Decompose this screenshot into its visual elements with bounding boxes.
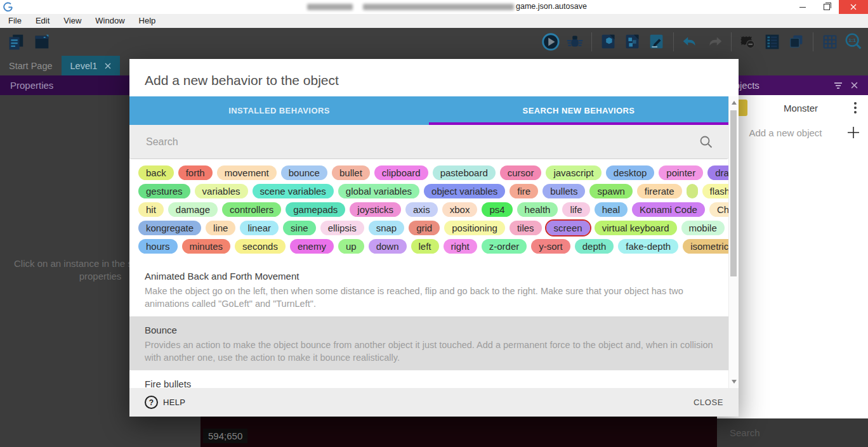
tag-chip-fire[interactable]: fire: [510, 184, 538, 198]
tag-chip-right[interactable]: right: [444, 239, 477, 254]
tag-chip-pasteboard[interactable]: pasteboard: [433, 165, 496, 180]
start-page-icon[interactable]: [32, 32, 52, 52]
undo-icon[interactable]: [680, 32, 700, 52]
tag-chip-health[interactable]: health: [517, 202, 558, 217]
tag-chip-forth[interactable]: forth: [178, 165, 213, 180]
zoom-1-1-icon[interactable]: 1:1: [844, 32, 864, 52]
menu-item-view[interactable]: View: [56, 14, 88, 28]
tag-chip-tiles[interactable]: tiles: [510, 221, 542, 235]
tag-chip-bullets[interactable]: bullets: [542, 184, 585, 198]
plus-icon[interactable]: [846, 126, 860, 139]
tag-chip-ps4[interactable]: ps4: [482, 202, 512, 217]
tag-chip-isometric-depth[interactable]: isometric-depth: [683, 239, 728, 254]
tab-search-new-behaviors[interactable]: SEARCH NEW BEHAVIORS: [429, 96, 728, 125]
close-tab-icon[interactable]: [105, 63, 111, 69]
tag-chip-mobile[interactable]: mobile: [681, 221, 725, 235]
tag-chip-gestures[interactable]: gestures: [138, 184, 190, 198]
tag-chip-spawn[interactable]: spawn: [589, 184, 632, 198]
behavior-item-bounce[interactable]: BounceProvides an action to make the obj…: [129, 316, 728, 370]
menu-item-edit[interactable]: Edit: [29, 14, 56, 28]
menu-item-file[interactable]: File: [1, 14, 29, 28]
tag-chip-line[interactable]: line: [206, 221, 235, 235]
tag-chip-drag[interactable]: drag: [707, 165, 728, 180]
grid-icon[interactable]: [820, 32, 840, 52]
tab-installed-behaviors[interactable]: INSTALLED BEHAVIORS: [129, 96, 429, 125]
editor-tab-level1[interactable]: Level1: [62, 56, 121, 75]
tag-chip-back[interactable]: back: [138, 165, 174, 180]
tag-chip-left[interactable]: left: [411, 239, 439, 254]
tag-chip-linear[interactable]: linear: [240, 221, 279, 235]
behavior-item-animated-back-and-forth-movement[interactable]: Animated Back and Forth MovementMake the…: [129, 262, 728, 316]
tag-chip-firerate[interactable]: firerate: [637, 184, 682, 198]
debug-icon[interactable]: [565, 32, 585, 52]
tag-chip-minutes[interactable]: minutes: [182, 239, 231, 254]
dialog-scrollbar[interactable]: [728, 96, 739, 388]
tag-chip-screen[interactable]: screen: [546, 221, 590, 235]
tag-chip-pointer[interactable]: pointer: [659, 165, 703, 180]
layers-icon[interactable]: [786, 32, 806, 52]
tag-chip-desktop[interactable]: desktop: [606, 165, 655, 180]
close-panel-icon[interactable]: [851, 82, 858, 89]
behavior-search-input[interactable]: [145, 136, 699, 148]
instances-editor-icon[interactable]: [622, 32, 643, 52]
menu-item-window[interactable]: Window: [88, 14, 131, 28]
project-manager-icon[interactable]: [5, 32, 25, 52]
tag-chip-blank[interactable]: [687, 184, 698, 198]
objects-search-input[interactable]: [728, 427, 857, 439]
tag-chip-life[interactable]: life: [562, 202, 589, 217]
tag-chip-gamepads[interactable]: gamepads: [286, 202, 345, 217]
restore-icon[interactable]: [815, 0, 839, 14]
minimize-icon[interactable]: [791, 0, 815, 14]
redo-icon[interactable]: [704, 32, 725, 52]
instances-list-icon[interactable]: [762, 32, 782, 52]
events-editor-icon[interactable]: [647, 32, 667, 52]
behavior-item-fire-bullets[interactable]: Fire bulletsAllow the object to fire bul…: [129, 370, 728, 388]
tag-chip-axis[interactable]: axis: [405, 202, 438, 217]
menu-item-help[interactable]: Help: [132, 14, 163, 28]
objects-editor-icon[interactable]: [598, 32, 619, 52]
play-icon[interactable]: [541, 32, 561, 52]
tag-chip-depth[interactable]: depth: [575, 239, 614, 254]
tag-chip-global-variables[interactable]: global variables: [338, 184, 419, 198]
tag-chip-up[interactable]: up: [338, 239, 364, 254]
tag-chip-joysticks[interactable]: joysticks: [350, 202, 401, 217]
tag-chip-down[interactable]: down: [369, 239, 407, 254]
tag-chip-bounce[interactable]: bounce: [281, 165, 327, 180]
tag-chip-cheats[interactable]: Cheats: [709, 202, 728, 217]
tag-chip-bullet[interactable]: bullet: [332, 165, 370, 180]
tag-chip-enemy[interactable]: enemy: [290, 239, 334, 254]
editor-tab-start-page[interactable]: Start Page: [0, 56, 62, 75]
tag-chip-fake-depth[interactable]: fake-depth: [618, 239, 678, 254]
tag-chip-sine[interactable]: sine: [283, 221, 316, 235]
tag-chip-konami-code[interactable]: Konami Code: [632, 202, 705, 217]
scroll-down-icon[interactable]: [732, 380, 737, 384]
close-window-icon[interactable]: [839, 0, 868, 14]
tag-chip-flash[interactable]: flash: [702, 184, 728, 198]
scroll-up-icon[interactable]: [732, 101, 737, 105]
tag-chip-positioning[interactable]: positioning: [444, 221, 505, 235]
tag-chip-xbox[interactable]: xbox: [442, 202, 478, 217]
tag-chip-scene-variables[interactable]: scene variables: [253, 184, 334, 198]
tag-chip-javascript[interactable]: javascript: [546, 165, 601, 180]
tag-chip-hit[interactable]: hit: [138, 202, 164, 217]
add-object-row[interactable]: Add a new object: [717, 120, 868, 145]
tag-chip-clipboard[interactable]: clipboard: [374, 165, 428, 180]
tag-chip-heal[interactable]: heal: [595, 202, 628, 217]
tag-chip-object-variables[interactable]: object variables: [424, 184, 505, 198]
tag-chip-seconds[interactable]: seconds: [235, 239, 286, 254]
object-menu-icon[interactable]: [854, 102, 857, 113]
tag-chip-grid[interactable]: grid: [409, 221, 440, 235]
scrollbar-thumb[interactable]: [730, 110, 737, 276]
tag-chip-cursor[interactable]: cursor: [500, 165, 542, 180]
tag-chip-controllers[interactable]: controllers: [222, 202, 281, 217]
mask-icon[interactable]: [738, 32, 758, 52]
filter-icon[interactable]: [834, 81, 842, 90]
tag-chip-ellipsis[interactable]: ellipsis: [320, 221, 364, 235]
tag-chip-movement[interactable]: movement: [217, 165, 277, 180]
close-dialog-button[interactable]: CLOSE: [694, 398, 723, 407]
tag-chip-hours[interactable]: hours: [138, 239, 178, 254]
tag-chip-z-order[interactable]: z-order: [482, 239, 527, 254]
tag-chip-virtual-keyboard[interactable]: virtual keyboard: [595, 221, 677, 235]
tag-chip-variables[interactable]: variables: [195, 184, 248, 198]
object-list-item[interactable]: Monster: [717, 95, 868, 120]
